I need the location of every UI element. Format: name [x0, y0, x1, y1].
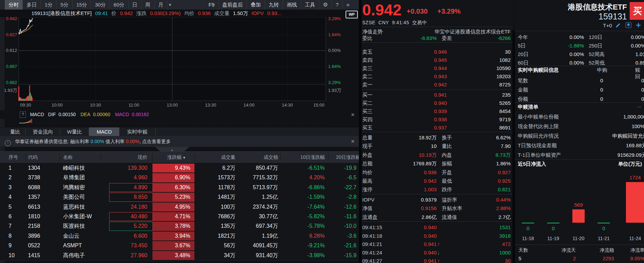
col-header-名称[interactable]: 名称 [63, 152, 73, 163]
stat-value: 0.9156 [402, 204, 437, 212]
table-row[interactable]: 56613蓝思科技24.1804.95%100万2374.24万-7.64%-1… [0, 202, 359, 212]
sort-desc-icon[interactable]: ▼ [181, 156, 186, 160]
period-tab-30分[interactable]: 30分 [91, 0, 110, 10]
ask-row[interactable]: 卖一0.9428725 [362, 81, 512, 89]
ask-row[interactable]: 卖五0.94630 [362, 48, 512, 56]
level-price: 0.946 [420, 48, 447, 56]
table-row[interactable]: 90522ASMPT73.4503.67%56万4091.45万-9.21%-2… [0, 241, 359, 251]
more-ellipsis-icon[interactable]: ... [637, 102, 641, 108]
bid-row[interactable]: 买一0.941235 [362, 91, 512, 99]
fund-panel: 港股信息技术ETF 159131 T+0 今年0.00%120日0.00%5日-… [515, 0, 644, 263]
pencil-icon[interactable] [615, 22, 621, 28]
toolbar-item-叠加[interactable]: 叠加 [247, 0, 265, 10]
table-row[interactable]: 61810小米集团-W40.4804.71%7686万30.77亿-5.82%-… [0, 212, 359, 222]
tab-divider [155, 128, 156, 135]
period-tab-5分[interactable]: 5分 [57, 0, 72, 10]
level-price: 0.945 [420, 56, 447, 64]
nav-label[interactable]: 净值走势 [362, 29, 383, 35]
indicator-tab-资金流向[interactable]: 资金流向 [26, 127, 60, 136]
ask-row[interactable]: 卖三0.94410590 [362, 64, 512, 72]
cell-code: 3896 [28, 231, 40, 240]
header-divider [238, 153, 238, 162]
notice-close-icon[interactable]: ✕ [350, 139, 355, 144]
period-dropdown-icon[interactable]: ▾ [167, 0, 173, 10]
bid-row[interactable]: 买五0.9378691 [362, 124, 512, 132]
toolbar-item-画线[interactable]: 画线 [283, 0, 301, 10]
bid-row[interactable]: 买三0.9398454 [362, 107, 512, 115]
intraday-chart[interactable] [0, 17, 359, 110]
toolbar-item-盘前盘后[interactable]: 盘前盘后 [219, 0, 247, 10]
ask-row[interactable]: 卖二0.94318203 [362, 72, 512, 81]
level-price: 0.941 [420, 91, 447, 99]
col-header-代码[interactable]: 代码 [28, 152, 38, 163]
indicator-tab-实时申赎[interactable]: 实时申赎 [119, 127, 155, 136]
y-axis-pct-label: 3.29% [328, 80, 349, 85]
table-row[interactable]: 72158医渡科技5.2203.78%135万697.34万-5.78%-10.… [0, 221, 359, 231]
table-row[interactable]: 83896金山云6.6003.94%1821万1.19亿6.28%-3.6 [0, 231, 359, 241]
f9-button[interactable]: F9 [205, 0, 219, 10]
list-label: T-1日单位申赎资产 [518, 150, 561, 160]
stat-label: 量比 [442, 142, 452, 150]
toolbar-item-工具[interactable]: 工具 [301, 0, 319, 10]
list-value: 169.88元 [566, 141, 644, 150]
bid-row[interactable]: 买二0.9405265 [362, 99, 512, 107]
stat-value: 2.7亿 [498, 213, 511, 221]
table-row[interactable]: 36088鸿腾精密4.8906.30%1178万5713.97万-6.86%-2… [0, 183, 359, 193]
period-tab-1分[interactable]: 1分 [41, 0, 57, 10]
indicator-tab-W量比[interactable]: W量比 [60, 127, 89, 136]
col-header-序号[interactable]: 序号 [9, 152, 18, 163]
table-row[interactable]: 23738阜博集团4.9606.90%1573万7715.32万4.20%-6.… [0, 173, 359, 183]
buy-button[interactable]: 买 [630, 2, 644, 20]
y-axis-pct-label: 3.29% [328, 16, 349, 22]
cell-seq: 8 [9, 231, 12, 240]
toolbar-item-九转[interactable]: 九转 [265, 0, 283, 10]
exchange-label: SZSE [362, 20, 376, 25]
help-circle-icon[interactable]: ? [332, 0, 342, 10]
y-axis-pct-label: 0.00% [328, 48, 349, 53]
period-tab-周[interactable]: 周 [142, 0, 155, 10]
borrow-rate: 0.00% [126, 139, 140, 144]
col-header-现价[interactable]: 现价 [138, 152, 147, 163]
notice-more-link[interactable]: , 点击查看更多 [140, 139, 171, 144]
col-header-涨跌幅[interactable]: 涨跌幅 ▼ [167, 152, 186, 163]
cell-volume: 6.2万 [222, 163, 235, 172]
indicator-help-icon[interactable]: ? [20, 111, 26, 118]
inflow-unit: 单位(万元) [618, 161, 642, 167]
period-tab-日[interactable]: 日 [129, 0, 142, 10]
gear-icon[interactable]: ⚙ [319, 0, 332, 10]
macd-close-icon[interactable]: ✕ [350, 112, 355, 117]
cell-seq: 1 [9, 163, 12, 172]
level-label: 卖四 [362, 56, 372, 64]
period-tab-分时[interactable]: 分时 [5, 0, 23, 10]
footer-value: 5 [518, 255, 521, 261]
level-label: 买三 [362, 107, 372, 115]
indicator-tab-量比[interactable]: 量比 [5, 127, 26, 136]
col-header-10日涨跌幅[interactable]: 10日涨跌幅 [300, 152, 325, 163]
period-tab-60分[interactable]: 60分 [110, 0, 129, 10]
cell-price: 4.960 [134, 173, 147, 182]
more-chevron-icon[interactable]: » [343, 0, 353, 10]
period-tab-月[interactable]: 月 [155, 0, 167, 10]
change-pct-text: 9.43% [175, 164, 190, 172]
bid-row[interactable]: 买四0.9389719 [362, 115, 512, 124]
table-row[interactable]: 41357美图公司8.6505.23%1481万1.25亿-1.59%-2.8 [0, 192, 359, 202]
ask-row[interactable]: 卖四0.9451082 [362, 56, 512, 64]
bell-icon[interactable] [626, 22, 631, 28]
table-row[interactable]: 101415高伟电子27.9603.48%34万931.40万-3.98%-15… [0, 251, 359, 261]
level-price: 0.940 [420, 99, 447, 107]
macd-sparkline [0, 119, 359, 127]
plus-icon[interactable] [635, 22, 641, 28]
col-header-成交量[interactable]: 成交量 [221, 152, 235, 163]
col-header-20日涨跌幅[interactable]: 20日涨跌幅 [336, 152, 361, 163]
margin-notice-bar[interactable]: ! 华泰证券融券通供需信息: 融出利率 0.00% 借入利率 0.00%, 点击… [0, 136, 359, 147]
list-item: T-1日单位申赎资产915629.09元 [515, 150, 644, 160]
collapse-notch[interactable]: » [155, 147, 189, 151]
table-row[interactable]: 11304峰岹科技139.3009.43%6.2万850.47万-6.51%-1… [0, 163, 359, 173]
period-tab-15分[interactable]: 15分 [73, 0, 91, 10]
notice-text: 华泰证券融券通供需信息: 融出利率 [15, 139, 91, 144]
indicator-tab-MACD[interactable]: MACD [89, 127, 119, 136]
stat-value: 0.925 [498, 177, 511, 185]
period-tab-多日[interactable]: 多日 [23, 0, 41, 10]
info-iopv: 0.93... [267, 10, 281, 16]
col-header-成交额[interactable]: 成交额 [264, 152, 278, 163]
